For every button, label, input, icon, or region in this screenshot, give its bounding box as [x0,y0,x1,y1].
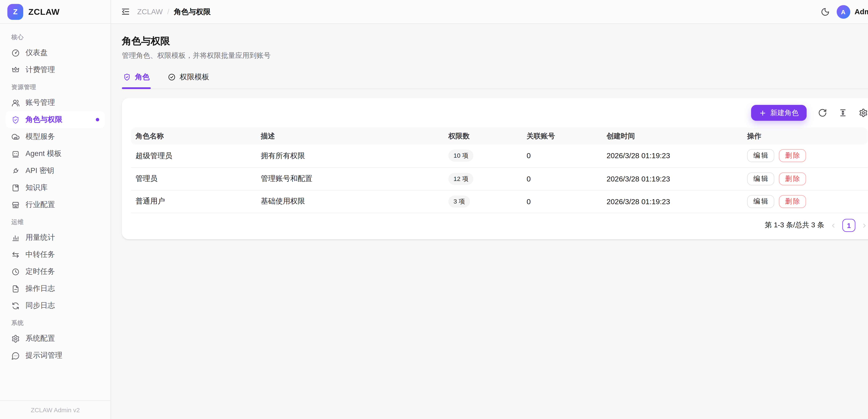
new-role-label: 新建角色 [770,108,799,118]
breadcrumb-current: 角色与权限 [174,7,211,17]
sidebar-item-label: 操作日志 [26,283,55,294]
user-menu[interactable]: A Admin [836,5,868,19]
sidebar: Z ZCLAW 核心 仪表盘 计费管理 资源管理 [0,0,111,419]
permission-count-badge: 12 项 [448,173,473,185]
pagination: 第 1-3 条/总共 3 条 1 [131,219,868,232]
sidebar-item-roles-permissions[interactable]: 角色与权限 [6,111,105,128]
sidebar-item-label: 模型服务 [26,131,55,142]
nav-section-core: 核心 [6,28,105,44]
app-root: Z ZCLAW 核心 仪表盘 计费管理 资源管理 [0,0,868,419]
sidebar-item-industry-config[interactable]: 行业配置 [6,196,105,213]
sidebar-item-api-keys[interactable]: API 密钥 [6,162,105,179]
sidebar-item-label: 角色与权限 [26,115,62,125]
breadcrumb-separator: / [167,7,169,16]
prev-page-chevron-icon[interactable] [830,222,837,229]
table-row: 普通用户 基础使用权限 3 项 0 2026/3/28 01:19:23 编辑 … [131,190,868,213]
new-role-button[interactable]: 新建角色 [751,105,807,121]
tab-permission-templates[interactable]: 权限模板 [167,72,210,89]
user-name: Admin [855,7,868,16]
tab-label: 角色 [135,72,150,82]
sidebar-item-label: 仪表盘 [26,48,48,58]
col-header-created-at: 创建时间 [602,128,743,145]
clock-icon [11,267,20,276]
col-header-description: 描述 [256,128,444,145]
collapse-sidebar-icon[interactable] [121,7,130,17]
table-header-row: 角色名称 描述 权限数 关联账号 创建时间 操作 [131,128,868,145]
sidebar-item-label: Agent 模板 [26,149,62,159]
edit-button[interactable]: 编辑 [747,195,774,208]
notebook-icon [11,183,20,192]
topbar: ZCLAW / 角色与权限 A Admin [111,0,868,24]
sidebar-item-sync-logs[interactable]: 同步日志 [6,297,105,314]
role-name: 普通用户 [131,190,256,213]
sidebar-item-label: 同步日志 [26,301,55,311]
cloud-server-icon [11,132,20,141]
avatar: A [836,5,850,19]
edit-button[interactable]: 编辑 [747,149,774,162]
sidebar-item-label: 中转任务 [26,249,55,260]
page-content: 角色与权限 管理角色、权限模板，并将权限批量应用到账号 角色 权限模板 [111,24,868,419]
sidebar-item-dashboard[interactable]: 仪表盘 [6,44,105,61]
sidebar-item-label: 账号管理 [26,98,55,108]
col-header-actions: 操作 [743,128,868,145]
linked-accounts-value: 0 [522,167,602,190]
edit-button[interactable]: 编辑 [747,172,774,185]
sidebar-logo-row: Z ZCLAW [0,0,111,24]
page-number-button[interactable]: 1 [842,219,855,232]
roles-card: 新建角色 [122,98,868,239]
role-description: 拥有所有权限 [256,145,444,168]
refresh-icon[interactable] [818,108,827,117]
table-row: 超级管理员 拥有所有权限 10 项 0 2026/3/28 01:19:23 编… [131,145,868,168]
row-density-icon[interactable] [838,108,847,117]
nav-section-ops: 运维 [6,213,105,229]
pagination-summary: 第 1-3 条/总共 3 条 [765,220,824,230]
table-row: 管理员 管理账号和配置 12 项 0 2026/3/28 01:19:23 编辑… [131,167,868,190]
sidebar-item-usage-stats[interactable]: 用量统计 [6,229,105,246]
sidebar-item-prompt-management[interactable]: 提示词管理 [6,347,105,364]
message-dots-icon [11,351,20,360]
sidebar-item-label: 知识库 [26,182,48,193]
sidebar-item-label: 行业配置 [26,200,55,210]
check-circle-icon [168,73,176,81]
gauge-icon [11,49,20,57]
breadcrumb-root[interactable]: ZCLAW [137,7,163,16]
row-actions: 编辑 删除 [747,149,863,162]
sidebar-item-billing[interactable]: 计费管理 [6,61,105,78]
sidebar-item-knowledge-base[interactable]: 知识库 [6,179,105,196]
role-name: 管理员 [131,167,256,190]
sidebar-item-accounts[interactable]: 账号管理 [6,94,105,111]
table-settings-gear-icon[interactable] [859,108,868,117]
created-at-value: 2026/3/28 01:19:23 [602,167,743,190]
delete-button[interactable]: 删除 [779,149,806,162]
sync-icon [11,301,20,310]
nav-section-resources: 资源管理 [6,78,105,94]
active-indicator-dot [96,118,99,121]
sidebar-item-scheduled-tasks[interactable]: 定时任务 [6,263,105,280]
next-page-chevron-icon[interactable] [861,222,868,229]
sidebar-item-label: 计费管理 [26,65,55,75]
role-name: 超级管理员 [131,145,256,168]
sidebar-nav: 核心 仪表盘 计费管理 资源管理 账号管理 [0,24,111,400]
app-name: ZCLAW [28,7,60,17]
gear-icon [11,334,20,343]
sidebar-item-label: API 密钥 [26,166,54,176]
dark-mode-toggle-moon-icon[interactable] [820,7,830,16]
col-header-permission-count: 权限数 [444,128,522,145]
nav-section-system: 系统 [6,314,105,330]
app-logo: Z [7,4,23,20]
tab-label: 权限模板 [180,72,209,82]
sidebar-item-relay-tasks[interactable]: 中转任务 [6,246,105,263]
sidebar-item-agent-templates[interactable]: Agent 模板 [6,145,105,162]
permission-count-badge: 10 项 [448,150,473,162]
row-actions: 编辑 删除 [747,172,863,185]
users-icon [11,98,20,107]
sidebar-item-model-services[interactable]: 模型服务 [6,128,105,145]
tab-roles[interactable]: 角色 [122,72,151,89]
card-toolbar: 新建角色 [131,105,868,121]
sidebar-item-operation-logs[interactable]: 操作日志 [6,280,105,297]
delete-button[interactable]: 删除 [779,195,806,208]
file-text-icon [11,285,20,293]
delete-button[interactable]: 删除 [779,172,806,185]
sidebar-item-system-config[interactable]: 系统配置 [6,330,105,347]
col-header-role-name: 角色名称 [131,128,256,145]
